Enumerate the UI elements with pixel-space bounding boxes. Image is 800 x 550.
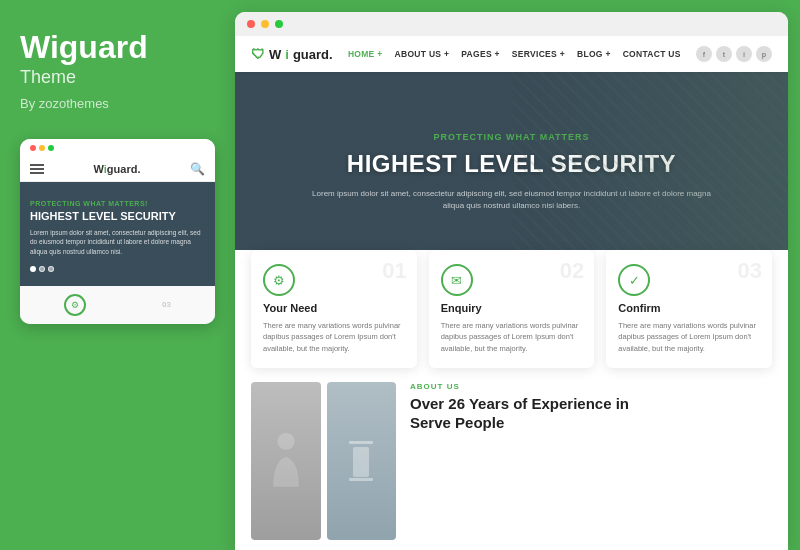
left-panel: Wiguard Theme By zozothemes Wiguard. 🔍 P… (0, 0, 235, 550)
mobile-card-icon-1: ⚙ (64, 294, 86, 316)
card-body-3: There are many variations words pulvinar… (618, 320, 760, 354)
browser-dot-red (247, 20, 255, 28)
mobile-card-area: ⚙ 03 (20, 286, 215, 324)
browser-dot-yellow (261, 20, 269, 28)
mobile-hero: PROTECTING WHAT MATTERS! HIGHEST LEVEL S… (20, 182, 215, 285)
carousel-dot-2[interactable] (39, 266, 45, 272)
svg-rect-1 (349, 441, 373, 444)
card-enquiry: 02 ✉ Enquiry There are many variations w… (429, 250, 595, 368)
about-text: ABOUT US Over 26 Years of Experience inS… (410, 382, 772, 540)
card-num-3: 03 (738, 258, 762, 284)
theme-name: Wiguard (20, 30, 148, 65)
carousel-dot-3[interactable] (48, 266, 54, 272)
mobile-dot-red (30, 145, 36, 151)
svg-rect-2 (353, 447, 369, 477)
nav-about[interactable]: ABOUT US + (395, 49, 450, 59)
nav-pages[interactable]: PAGES + (461, 49, 500, 59)
tools-image (327, 382, 397, 540)
mobile-window-dots (30, 145, 54, 151)
site-content: 🛡 Wiguard. HOME + ABOUT US + PAGES + SER… (235, 36, 788, 550)
mobile-top-bar (20, 139, 215, 157)
nav-services[interactable]: SERVICES + (512, 49, 565, 59)
mobile-navbar: Wiguard. 🔍 (20, 157, 215, 182)
site-nav-links: HOME + ABOUT US + PAGES + SERVICES + BLO… (348, 49, 681, 59)
card-title-2: Enquiry (441, 302, 583, 314)
card-body-2: There are many variations words pulvinar… (441, 320, 583, 354)
cards-row: 01 ⚙ Your Need There are many variations… (235, 250, 788, 368)
social-twitter[interactable]: t (716, 46, 732, 62)
hero-background (512, 72, 789, 272)
mobile-logo: Wiguard. (94, 163, 141, 175)
person-image (251, 382, 321, 540)
about-title: Over 26 Years of Experience inServe Peop… (410, 395, 772, 433)
person-silhouette (266, 431, 306, 491)
social-pinterest[interactable]: p (756, 46, 772, 62)
mobile-hero-subtitle: PROTECTING WHAT MATTERS! (30, 200, 205, 207)
theme-author: By zozothemes (20, 96, 109, 111)
site-logo: 🛡 Wiguard. (251, 46, 333, 62)
nav-contact[interactable]: CONTACT US (623, 49, 681, 59)
nav-blog[interactable]: BLOG + (577, 49, 611, 59)
about-label: ABOUT US (410, 382, 772, 391)
mobile-search-icon[interactable]: 🔍 (190, 162, 205, 176)
mobile-dot-yellow (39, 145, 45, 151)
site-hero: PROTECTING WHAT MATTERS HIGHEST LEVEL SE… (235, 72, 788, 272)
card-icon-2: ✉ (441, 264, 473, 296)
hamburger-icon[interactable] (30, 164, 44, 174)
card-title-3: Confirm (618, 302, 760, 314)
mobile-mockup: Wiguard. 🔍 PROTECTING WHAT MATTERS! HIGH… (20, 139, 215, 323)
mobile-dot-green (48, 145, 54, 151)
card-title-1: Your Need (263, 302, 405, 314)
browser-chrome (235, 12, 788, 36)
mobile-hero-title: HIGHEST LEVEL SECURITY (30, 210, 205, 223)
site-navbar: 🛡 Wiguard. HOME + ABOUT US + PAGES + SER… (235, 36, 788, 72)
card-confirm: 03 ✓ Confirm There are many variations w… (606, 250, 772, 368)
card-body-1: There are many variations words pulvinar… (263, 320, 405, 354)
mobile-card-num: 03 (162, 300, 171, 309)
logo-icon: 🛡 (251, 46, 265, 62)
card-num-1: 01 (382, 258, 406, 284)
nav-home[interactable]: HOME + (348, 49, 383, 59)
svg-point-0 (277, 433, 294, 450)
social-facebook[interactable]: f (696, 46, 712, 62)
svg-rect-3 (349, 478, 373, 481)
card-icon-3: ✓ (618, 264, 650, 296)
social-links: f t i p (696, 46, 772, 62)
mobile-hero-body: Lorem ipsum dolor sit amet, consectetur … (30, 228, 205, 255)
carousel-dot-1[interactable] (30, 266, 36, 272)
mobile-carousel-dots (30, 266, 205, 272)
theme-type: Theme (20, 67, 76, 88)
card-icon-1: ⚙ (263, 264, 295, 296)
bottom-section: ABOUT US Over 26 Years of Experience inS… (235, 368, 788, 550)
tools-silhouette (341, 431, 381, 491)
card-your-need: 01 ⚙ Your Need There are many variations… (251, 250, 417, 368)
browser-dot-green (275, 20, 283, 28)
right-panel: 🛡 Wiguard. HOME + ABOUT US + PAGES + SER… (235, 12, 788, 550)
social-instagram[interactable]: i (736, 46, 752, 62)
mobile-card-1: ⚙ (64, 294, 86, 316)
card-num-2: 02 (560, 258, 584, 284)
bottom-images (251, 382, 396, 540)
